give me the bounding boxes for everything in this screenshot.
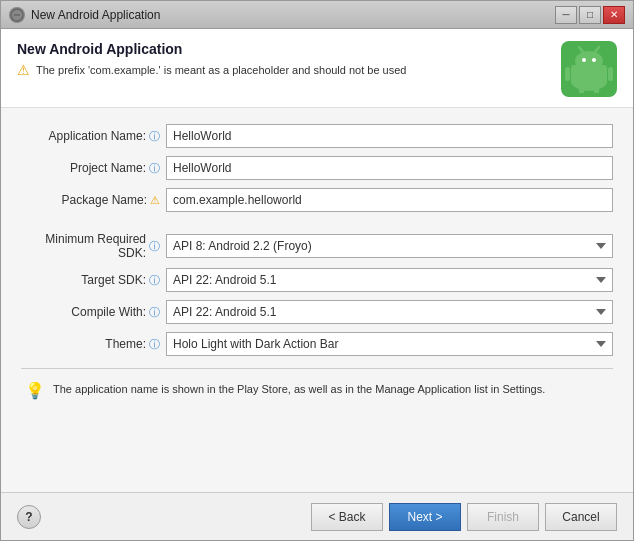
- package-name-label: Package Name: ⚠: [21, 193, 166, 207]
- warning-row: ⚠ The prefix 'com.example.' is meant as …: [17, 63, 406, 77]
- project-name-row: Project Name: ⓘ: [21, 156, 613, 180]
- next-button[interactable]: Next >: [389, 503, 461, 531]
- svg-rect-11: [579, 87, 584, 93]
- app-name-input[interactable]: [166, 124, 613, 148]
- minimize-button[interactable]: ─: [555, 6, 577, 24]
- min-sdk-info-icon[interactable]: ⓘ: [149, 239, 160, 254]
- app-name-row: Application Name: ⓘ: [21, 124, 613, 148]
- package-name-row: Package Name: ⚠: [21, 188, 613, 212]
- window-controls: ─ □ ✕: [555, 6, 625, 24]
- window-icon: [9, 7, 25, 23]
- package-name-input[interactable]: [166, 188, 613, 212]
- svg-line-7: [579, 47, 583, 52]
- cancel-button[interactable]: Cancel: [545, 503, 617, 531]
- theme-info-icon[interactable]: ⓘ: [149, 337, 160, 352]
- main-window: New Android Application ─ □ ✕ New Androi…: [0, 0, 634, 541]
- target-sdk-select[interactable]: API 22: Android 5.1: [166, 268, 613, 292]
- min-sdk-label: Minimum Required SDK: ⓘ: [21, 232, 166, 260]
- svg-point-6: [592, 58, 596, 62]
- theme-select[interactable]: Holo Light with Dark Action Bar: [166, 332, 613, 356]
- title-bar: New Android Application ─ □ ✕: [1, 1, 633, 29]
- info-row: 💡 The application name is shown in the P…: [21, 381, 613, 400]
- help-button[interactable]: ?: [17, 505, 41, 529]
- warning-icon: ⚠: [17, 63, 30, 77]
- compile-with-info-icon[interactable]: ⓘ: [149, 305, 160, 320]
- compile-with-select[interactable]: API 22: Android 5.1: [166, 300, 613, 324]
- target-sdk-info-icon[interactable]: ⓘ: [149, 273, 160, 288]
- finish-button[interactable]: Finish: [467, 503, 539, 531]
- svg-point-5: [582, 58, 586, 62]
- warning-text: The prefix 'com.example.' is meant as a …: [36, 64, 406, 76]
- target-sdk-row: Target SDK: ⓘ API 22: Android 5.1: [21, 268, 613, 292]
- title-bar-left: New Android Application: [9, 7, 160, 23]
- svg-line-8: [595, 47, 599, 52]
- window-title: New Android Application: [31, 8, 160, 22]
- dialog-footer: ? < Back Next > Finish Cancel: [1, 492, 633, 540]
- compile-with-label: Compile With: ⓘ: [21, 305, 166, 320]
- svg-point-4: [575, 51, 603, 71]
- footer-buttons: < Back Next > Finish Cancel: [311, 503, 617, 531]
- svg-rect-12: [594, 87, 599, 93]
- target-sdk-label: Target SDK: ⓘ: [21, 273, 166, 288]
- close-button[interactable]: ✕: [603, 6, 625, 24]
- project-name-info-icon[interactable]: ⓘ: [149, 161, 160, 176]
- android-logo: [561, 41, 617, 97]
- theme-label: Theme: ⓘ: [21, 337, 166, 352]
- min-sdk-select[interactable]: API 8: Android 2.2 (Froyo): [166, 234, 613, 258]
- svg-rect-10: [608, 67, 613, 81]
- min-sdk-row: Minimum Required SDK: ⓘ API 8: Android 2…: [21, 232, 613, 260]
- package-name-warn-icon: ⚠: [150, 194, 160, 207]
- footer-left: ?: [17, 505, 41, 529]
- project-name-label: Project Name: ⓘ: [21, 161, 166, 176]
- app-name-label: Application Name: ⓘ: [21, 129, 166, 144]
- compile-with-row: Compile With: ⓘ API 22: Android 5.1: [21, 300, 613, 324]
- dialog-title: New Android Application: [17, 41, 406, 57]
- header-left: New Android Application ⚠ The prefix 'co…: [17, 41, 406, 77]
- separator: [21, 368, 613, 369]
- app-name-info-icon[interactable]: ⓘ: [149, 129, 160, 144]
- back-button[interactable]: < Back: [311, 503, 383, 531]
- bulb-icon: 💡: [25, 381, 45, 400]
- project-name-input[interactable]: [166, 156, 613, 180]
- svg-rect-9: [565, 67, 570, 81]
- form-area: Application Name: ⓘ Project Name: ⓘ Pack…: [1, 108, 633, 492]
- info-text: The application name is shown in the Pla…: [53, 381, 545, 398]
- theme-row: Theme: ⓘ Holo Light with Dark Action Bar: [21, 332, 613, 356]
- dialog-header: New Android Application ⚠ The prefix 'co…: [1, 29, 633, 108]
- dialog-content: New Android Application ⚠ The prefix 'co…: [1, 29, 633, 540]
- maximize-button[interactable]: □: [579, 6, 601, 24]
